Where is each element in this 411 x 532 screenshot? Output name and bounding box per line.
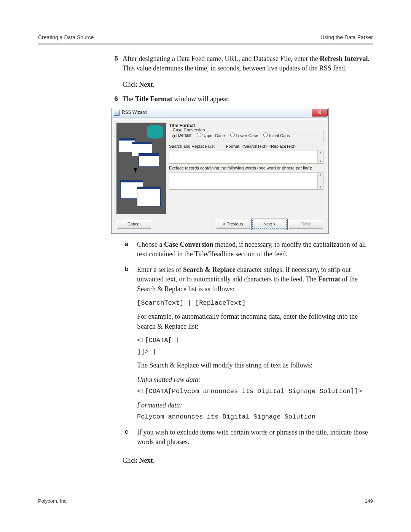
step-5: 5 After designating a Data Feed name, UR… bbox=[107, 54, 373, 92]
radio-icon bbox=[230, 133, 235, 137]
sr-format: Format: <SearchText>|<ReplaceText> bbox=[226, 144, 296, 149]
radio-label: Lower Case bbox=[236, 133, 258, 138]
wizard-form: Title Format Case Conversion Default Upp… bbox=[169, 123, 323, 214]
running-header: Creating a Data Source Using the Data Pa… bbox=[38, 34, 373, 40]
titlebar: RSS Wizard X bbox=[112, 108, 328, 118]
step-body: After designating a Data Feed name, URL,… bbox=[123, 54, 373, 92]
substep-body: Choose a Case Conversion method, if nece… bbox=[137, 240, 373, 261]
text: Enter a series of bbox=[137, 266, 183, 273]
header-right: Using the Data Parser bbox=[320, 34, 373, 40]
substep-body: If you wish to exclude items with certai… bbox=[137, 428, 373, 449]
substep-b: b Enter a series of Search & Replace cha… bbox=[123, 265, 373, 423]
radio-label: Default bbox=[178, 133, 191, 137]
radio-upper[interactable]: Upper Case bbox=[197, 133, 225, 139]
radio-icon bbox=[172, 134, 177, 138]
radio-row: Default Upper Case Lower Case Initial Ca… bbox=[172, 133, 320, 139]
case-conversion-group: Case Conversion Default Upper Case Lower… bbox=[169, 130, 323, 142]
code-line: Polycom announces its Digital Signage So… bbox=[137, 412, 373, 422]
text: Click bbox=[123, 81, 139, 88]
text: . bbox=[153, 81, 155, 88]
radio-initial[interactable]: Initial Caps bbox=[263, 133, 290, 139]
substep-letter: c bbox=[123, 428, 137, 449]
titlebar-left: RSS Wizard bbox=[114, 109, 147, 116]
page: Creating a Data Source Using the Data Pa… bbox=[0, 0, 411, 519]
text: . bbox=[153, 457, 155, 464]
scroll-down-icon[interactable]: ▼ bbox=[319, 159, 322, 163]
page-number: 149 bbox=[365, 498, 373, 504]
database-icon bbox=[147, 125, 163, 139]
code-line: <![CDATA[ | bbox=[137, 336, 373, 345]
sr-labels: Search and Replace List Format: <SearchT… bbox=[169, 144, 323, 149]
scroll-down-icon[interactable]: ▼ bbox=[319, 185, 322, 189]
scrollbar[interactable]: ▲▼ bbox=[317, 173, 323, 189]
italic-label: Unformatted raw data: bbox=[137, 375, 373, 385]
app-icon bbox=[114, 110, 120, 116]
window-title: RSS Wizard bbox=[122, 109, 147, 116]
window-icon bbox=[139, 153, 159, 167]
cursor-icon bbox=[134, 168, 137, 173]
radio-icon bbox=[263, 133, 268, 137]
substep-c: c If you wish to exclude items with cert… bbox=[123, 428, 373, 449]
bold-term: Format bbox=[318, 275, 340, 283]
scroll-up-icon[interactable]: ▲ bbox=[319, 173, 322, 177]
group-legend: Case Conversion bbox=[172, 127, 206, 133]
step-6: 6 The Title Format window will appear. R… bbox=[107, 94, 373, 468]
cancel-button[interactable]: Cancel bbox=[117, 220, 151, 229]
window-icon bbox=[137, 187, 161, 206]
finish-button[interactable]: Finish bbox=[289, 220, 323, 229]
dialog-window: RSS Wizard X bbox=[111, 108, 329, 234]
search-replace-input[interactable]: ▲▼ bbox=[169, 150, 323, 164]
bold-term: Next bbox=[139, 81, 153, 88]
bold-term: Title Format bbox=[135, 95, 172, 103]
substep-letter: a bbox=[123, 240, 137, 261]
radio-default[interactable]: Default bbox=[172, 133, 191, 138]
content: 5 After designating a Data Feed name, UR… bbox=[107, 54, 373, 468]
close-button[interactable]: X bbox=[312, 109, 328, 117]
bold-term: Case Conversion bbox=[164, 241, 213, 248]
header-left: Creating a Data Source bbox=[38, 34, 94, 40]
text: For example, to automatically format inc… bbox=[137, 313, 358, 330]
header-rule bbox=[38, 43, 373, 44]
scroll-up-icon[interactable]: ▲ bbox=[319, 150, 322, 155]
text: The Search & Replace will modify this st… bbox=[137, 361, 312, 369]
text: If you wish to exclude items with certai… bbox=[137, 428, 368, 446]
step-number: 5 bbox=[107, 54, 123, 92]
text: The bbox=[123, 95, 135, 103]
exclude-label: Exclude records containing the following… bbox=[169, 165, 323, 171]
next-button[interactable]: Next > bbox=[252, 220, 287, 229]
bold-term: Search & Replace bbox=[183, 266, 236, 273]
text: Choose a bbox=[137, 241, 164, 248]
substep-body: Enter a series of Search & Replace chara… bbox=[137, 265, 373, 423]
previous-button[interactable]: < Previous bbox=[216, 220, 250, 229]
scrollbar[interactable]: ▲▼ bbox=[317, 150, 323, 163]
code-line: [SearchText] | [ReplaceText] bbox=[137, 299, 373, 308]
bold-term: Refresh Interval bbox=[320, 55, 368, 62]
exclude-input[interactable]: ▲▼ bbox=[169, 172, 323, 190]
running-footer: Polycom, Inc. 149 bbox=[38, 498, 373, 504]
radio-label: Initial Caps bbox=[269, 133, 290, 138]
bold-term: Next bbox=[139, 457, 153, 464]
text: window will appear. bbox=[172, 95, 230, 103]
code-line: ]]> | bbox=[137, 347, 373, 356]
radio-icon bbox=[197, 133, 201, 137]
substep-a: a Choose a Case Conversion method, if ne… bbox=[123, 240, 373, 261]
sr-label: Search and Replace List bbox=[169, 144, 215, 149]
footer-left: Polycom, Inc. bbox=[38, 498, 68, 504]
step-body: The Title Format window will appear. RSS… bbox=[123, 94, 373, 468]
substep-letter: b bbox=[123, 265, 137, 423]
radio-lower[interactable]: Lower Case bbox=[230, 133, 258, 139]
radio-label: Upper Case bbox=[202, 133, 225, 138]
dialog-body: Title Format Case Conversion Default Upp… bbox=[113, 119, 327, 217]
text: Click bbox=[123, 457, 139, 464]
wizard-illustration bbox=[116, 123, 166, 214]
italic-label: Formatted data: bbox=[137, 401, 373, 410]
wizard-button-row: Cancel < Previous Next > Finish bbox=[113, 217, 327, 232]
code-line: <![CDATA[Polycom announces its Digital S… bbox=[137, 387, 373, 396]
text: After designating a Data Feed name, URL,… bbox=[123, 55, 320, 62]
